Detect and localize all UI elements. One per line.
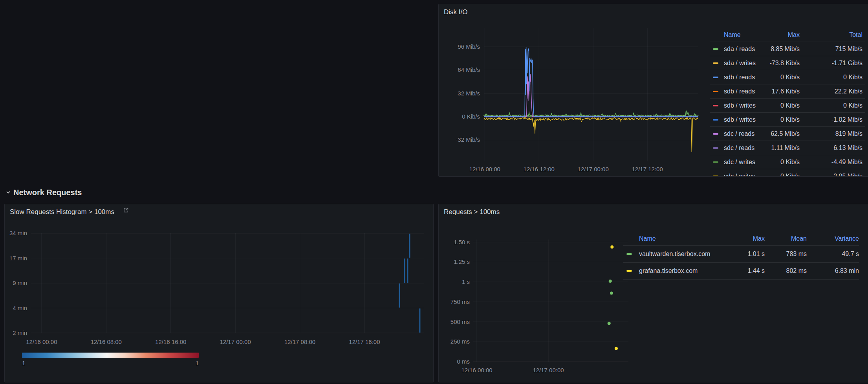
disk-y-tick-label: 0 Kib/s <box>444 113 480 120</box>
legend-row[interactable]: sdb / writes0 Kib/s-1.02 Mib/s <box>710 113 865 127</box>
legend-row[interactable]: sdb / writes0 Kib/s0 Kib/s <box>710 99 865 113</box>
legend-header-variance[interactable]: Variance <box>807 235 859 242</box>
legend-name-value[interactable]: grafana.tiserbox.com <box>636 267 725 274</box>
legend-name-value[interactable]: sdb / reads <box>721 88 758 95</box>
heatmap-colorbar <box>22 353 199 358</box>
legend-row[interactable]: sdb / reads17.6 Kib/s22.2 Kib/s <box>710 84 865 99</box>
legend-swatch-cell <box>710 48 721 50</box>
legend-total-value: 0 Kib/s <box>800 102 863 109</box>
legend-swatch-cell <box>710 62 721 64</box>
legend-header-max[interactable]: Max <box>725 235 765 242</box>
series-color-swatch-icon <box>626 253 632 255</box>
disk-x-tick-label: 12/16 12:00 <box>515 166 562 173</box>
series-color-swatch-icon <box>713 105 718 106</box>
legend-header-name[interactable]: Name <box>636 235 725 242</box>
hist-y-tick-label: 2 min <box>4 329 27 336</box>
hist-y-tick-label: 9 min <box>4 280 27 287</box>
legend-name-value[interactable]: sdb / reads <box>721 74 758 81</box>
legend-row[interactable]: grafana.tiserbox.com1.44 s802 ms6.83 min <box>623 263 859 280</box>
legend-max-value: 0 Kib/s <box>758 116 800 123</box>
series-line <box>484 73 698 117</box>
legend-name-value[interactable]: sdc / reads <box>721 130 758 137</box>
legend-name-value[interactable]: sdb / writes <box>721 116 758 123</box>
legend-row[interactable]: sdc / reads62.5 Mib/s819 Mib/s <box>710 127 865 141</box>
requests-plot-area <box>473 240 628 362</box>
series-color-swatch-icon <box>713 133 718 135</box>
legend-row[interactable]: sda / writes-73.8 Kib/s-1.71 Gib/s <box>710 56 865 70</box>
disk-y-tick-label: 96 Mib/s <box>444 43 480 50</box>
hist-x-tick-label: 12/16 16:00 <box>147 338 194 346</box>
req-y-tick-label: 1 s <box>438 278 470 285</box>
legend-max-value: 1.44 s <box>725 267 765 274</box>
legend-header-mean[interactable]: Mean <box>765 235 807 242</box>
series-color-swatch-icon <box>713 161 718 163</box>
legend-total-value: 0 Kib/s <box>800 74 863 81</box>
requests-legend-table: NameMaxMeanVariancevaultwarden.tiserbox.… <box>623 232 865 280</box>
external-link-icon[interactable] <box>123 204 129 219</box>
req-x-tick-label: 12/16 00:00 <box>453 367 500 374</box>
colorbar-min-label: 1 <box>22 360 25 366</box>
legend-mean-value: 802 ms <box>765 267 807 274</box>
legend-row[interactable]: sdc / reads1.11 Mib/s6.13 Mib/s <box>710 141 865 155</box>
legend-header-total[interactable]: Total <box>800 31 863 38</box>
disk-io-plot-area <box>484 28 698 161</box>
legend-max-value: 0 Kib/s <box>758 173 800 177</box>
heatmap-cell <box>409 234 410 258</box>
legend-total-value: 819 Mib/s <box>800 130 863 137</box>
heatmap-cell <box>404 259 405 283</box>
legend-total-value: -4.49 Mib/s <box>800 159 863 166</box>
legend-total-value: 22.2 Kib/s <box>800 88 863 95</box>
series-line <box>484 111 698 116</box>
legend-name-value[interactable]: sdb / writes <box>721 102 758 109</box>
legend-header-row: NameMaxTotal <box>710 28 865 42</box>
legend-swatch-cell <box>623 253 636 255</box>
series-line <box>484 118 698 152</box>
section-network-requests[interactable]: Network Requests <box>5 187 82 198</box>
legend-name-value[interactable]: sdc / writes <box>721 159 758 166</box>
legend-name-value[interactable]: sda / writes <box>721 60 758 67</box>
legend-total-value: 6.13 Mib/s <box>800 144 863 152</box>
legend-max-value: 8.85 Mib/s <box>758 46 800 53</box>
legend-max-value: 0 Kib/s <box>758 74 800 81</box>
legend-max-value: 1.11 Mib/s <box>758 144 800 152</box>
legend-row[interactable]: sdc / writes0 Kib/s-2.05 Mib/s <box>710 169 865 177</box>
req-x-tick-label: 12/17 00:00 <box>525 367 572 374</box>
panel-title-disk-io[interactable]: Disk I/O <box>439 4 467 20</box>
hist-y-tick-label: 4 min <box>4 305 27 312</box>
legend-max-value: 1.01 s <box>725 251 765 258</box>
legend-variance-value: 6.83 min <box>807 267 859 274</box>
legend-total-value: 715 Mib/s <box>800 46 863 53</box>
series-color-swatch-icon <box>713 147 718 149</box>
legend-name-value[interactable]: sdc / reads <box>721 144 758 152</box>
colorbar-max-label: 1 <box>163 360 199 366</box>
req-y-tick-label: 250 ms <box>438 338 470 345</box>
legend-row[interactable]: sdc / writes0 Kib/s-4.49 Mib/s <box>710 155 865 169</box>
hist-x-tick-label: 12/16 00:00 <box>18 338 65 346</box>
legend-total-value: -1.71 Gib/s <box>800 60 863 67</box>
panel-disk-io: Disk I/O NameMaxTotalsda / reads8.85 Mib… <box>438 4 868 177</box>
legend-max-value: 62.5 Mib/s <box>758 130 800 137</box>
legend-name-value[interactable]: sda / reads <box>721 46 758 53</box>
legend-max-value: -73.8 Kib/s <box>758 60 800 67</box>
hist-x-tick-label: 12/17 00:00 <box>212 338 259 346</box>
disk-y-tick-label: 32 Mib/s <box>444 90 480 97</box>
legend-name-value[interactable]: sdc / writes <box>721 173 758 177</box>
legend-header-row: NameMaxMeanVariance <box>623 232 859 246</box>
grafana-dashboard: Disk I/O NameMaxTotalsda / reads8.85 Mib… <box>0 0 868 384</box>
series-color-swatch-icon <box>713 48 718 50</box>
disk-io-legend-table: NameMaxTotalsda / reads8.85 Mib/s715 Mib… <box>710 28 865 177</box>
req-y-tick-label: 500 ms <box>438 318 470 325</box>
panel-title-requests[interactable]: Requests > 100ms <box>439 204 500 220</box>
disk-x-tick-label: 12/16 00:00 <box>461 166 508 173</box>
legend-row[interactable]: vaultwarden.tiserbox.com1.01 s783 ms49.7… <box>623 246 859 263</box>
legend-row[interactable]: sdb / reads0 Kib/s0 Kib/s <box>710 70 865 84</box>
legend-header-name[interactable]: Name <box>721 31 758 38</box>
legend-name-value[interactable]: vaultwarden.tiserbox.com <box>636 251 725 258</box>
legend-header-max[interactable]: Max <box>758 31 800 38</box>
hist-y-tick-label: 17 min <box>4 255 27 262</box>
section-title: Network Requests <box>13 188 82 197</box>
heatmap-plot-area <box>31 233 424 333</box>
panel-title-slow-requests[interactable]: Slow Requests Histogram > 100ms <box>5 204 129 220</box>
legend-row[interactable]: sda / reads8.85 Mib/s715 Mib/s <box>710 42 865 56</box>
legend-swatch-cell <box>710 105 721 106</box>
